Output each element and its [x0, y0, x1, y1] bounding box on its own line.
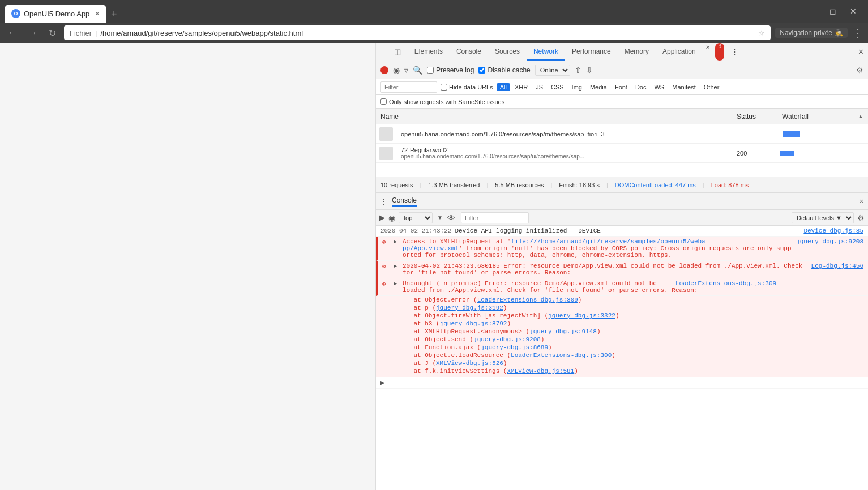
- table-row[interactable]: 72-Regular.woff2 openui5.hana.ondemand.c…: [376, 144, 868, 163]
- stack-link-1[interactable]: LoaderExtensions-dbg.js:309: [477, 296, 578, 303]
- console-ref-log-456[interactable]: Log-dbg.js:456: [811, 263, 863, 269]
- console-settings-button[interactable]: ⚙: [857, 213, 865, 222]
- filter-media-button[interactable]: Media: [587, 83, 610, 91]
- tab-close-button[interactable]: ×: [95, 9, 100, 18]
- active-tab[interactable]: O OpenUI5 Demo App ×: [5, 5, 106, 23]
- console-line-error-3: ⊗ ▶ Uncaught (in promise) Error: resourc…: [376, 278, 868, 296]
- import-button[interactable]: ⇧: [575, 66, 581, 75]
- close-window-button[interactable]: ✕: [843, 5, 863, 18]
- filter-all-button[interactable]: All: [497, 83, 510, 91]
- waterfall-column-header[interactable]: Waterfall ▲: [777, 113, 868, 121]
- stack-link-4[interactable]: jquery-dbg.js:8792: [440, 320, 507, 327]
- error-badge: 3: [715, 43, 724, 61]
- console-context-select[interactable]: top: [399, 212, 433, 223]
- tab-application[interactable]: Application: [656, 43, 703, 61]
- console-execute-button[interactable]: ▶: [379, 213, 385, 222]
- stack-link-5[interactable]: jquery-dbg.js:9148: [529, 328, 597, 335]
- clear-button[interactable]: ◉: [393, 66, 400, 75]
- console-expand-more[interactable]: ▶: [376, 377, 868, 389]
- preserve-log-checkbox[interactable]: [427, 67, 434, 74]
- console-levels-select[interactable]: Default levels ▼: [792, 212, 854, 223]
- devtools-more-button[interactable]: ⋮: [729, 46, 741, 57]
- console-drag-handle[interactable]: ⋮: [380, 197, 387, 205]
- devtools-tabs: Elements Console Sources Network Perform…: [408, 43, 724, 61]
- row-name-primary: 72-Regular.woff2: [401, 147, 728, 153]
- filter-font-button[interactable]: Font: [612, 83, 631, 91]
- filter-xhr-button[interactable]: XHR: [511, 83, 531, 91]
- device-mode-button[interactable]: ◫: [392, 46, 403, 57]
- console-stop-button[interactable]: ◉: [388, 213, 395, 222]
- filter-css-button[interactable]: CSS: [548, 83, 567, 91]
- console-close-button[interactable]: ×: [860, 197, 863, 205]
- name-column-header[interactable]: Name: [376, 113, 732, 121]
- stack-link-6[interactable]: jquery-dbg.js:9208: [473, 336, 541, 343]
- console-live-expressions-button[interactable]: 👁: [447, 213, 455, 222]
- context-dropdown-arrow[interactable]: ▼: [436, 214, 444, 221]
- samesite-checkbox[interactable]: [380, 98, 387, 105]
- filter-img-button[interactable]: Img: [568, 83, 585, 91]
- filter-input[interactable]: [380, 81, 437, 93]
- console-ref-jquery-9208[interactable]: jquery-dbg.js:9208: [796, 238, 863, 245]
- filter-doc-button[interactable]: Doc: [632, 83, 650, 91]
- throttle-select[interactable]: Online: [535, 65, 570, 76]
- stack-link-8[interactable]: LoaderExtensions-dbg.js:300: [511, 352, 612, 359]
- export-button[interactable]: ⇩: [586, 66, 593, 75]
- tab-sources[interactable]: Sources: [488, 43, 527, 61]
- browser-menu-button[interactable]: ⋮: [852, 26, 863, 40]
- devtools-close-button[interactable]: ×: [858, 47, 863, 57]
- error-icon-1: ⊗: [382, 238, 390, 246]
- filter-button[interactable]: ▿: [404, 66, 408, 75]
- error-link-1b[interactable]: pp/App.view.xml: [403, 245, 459, 252]
- expand-icon-1[interactable]: ▶: [394, 238, 399, 245]
- expand-more-icon[interactable]: ▶: [380, 379, 384, 386]
- stack-trace: at Object.error (LoaderExtensions-dbg.js…: [376, 296, 868, 377]
- bookmark-button[interactable]: ☆: [758, 29, 765, 37]
- reload-button[interactable]: ↻: [45, 25, 59, 41]
- tab-elements[interactable]: Elements: [408, 43, 450, 61]
- search-button[interactable]: 🔍: [413, 66, 422, 75]
- console-ref-device[interactable]: Device-dbg.js:85: [803, 227, 863, 234]
- status-column-header[interactable]: Status: [732, 113, 777, 121]
- expand-icon-3[interactable]: ▶: [394, 280, 399, 287]
- row-waterfall-cell: [777, 144, 868, 163]
- url-bar[interactable]: Fichier | /home/arnaud/git/reserve/sampl…: [64, 25, 771, 40]
- new-tab-button[interactable]: +: [106, 6, 122, 23]
- filter-ws-button[interactable]: WS: [651, 83, 668, 91]
- back-button[interactable]: ←: [5, 25, 20, 40]
- inspect-element-button[interactable]: □: [380, 46, 390, 57]
- stack-link-7[interactable]: jquery-dbg.js:8689: [481, 344, 548, 351]
- forward-button[interactable]: →: [25, 25, 41, 40]
- tab-console[interactable]: Console: [450, 43, 488, 61]
- error-link-1[interactable]: file:///home/arnaud/git/reserve/samples/…: [511, 238, 705, 245]
- console-tab-title[interactable]: Console: [392, 196, 417, 207]
- tab-network[interactable]: Network: [527, 43, 565, 61]
- disable-cache-checkbox-label[interactable]: Disable cache: [478, 66, 530, 74]
- disable-cache-checkbox[interactable]: [478, 67, 485, 74]
- tab-memory[interactable]: Memory: [618, 43, 656, 61]
- maximize-button[interactable]: ◻: [823, 5, 843, 18]
- console-filter-input[interactable]: [461, 212, 529, 223]
- table-header: Name Status Waterfall ▲: [376, 109, 868, 124]
- stack-link-3[interactable]: jquery-dbg.js:3322: [548, 312, 615, 319]
- table-row[interactable]: openui5.hana.ondemand.com/1.76.0/resourc…: [376, 124, 868, 144]
- record-button[interactable]: [380, 66, 388, 74]
- expand-icon-2[interactable]: ▶: [394, 263, 399, 269]
- loader-link-1[interactable]: LoaderExtensions-dbg.js:309: [675, 280, 776, 287]
- network-settings-button[interactable]: ⚙: [856, 66, 863, 75]
- filter-other-button[interactable]: Other: [700, 83, 723, 91]
- stack-link-2[interactable]: jquery-dbg.js:3192: [436, 304, 503, 311]
- tab-performance[interactable]: Performance: [565, 43, 618, 61]
- filter-manifest-button[interactable]: Manifest: [669, 83, 699, 91]
- stack-link-9[interactable]: XMLView-dbg.js:526: [436, 360, 503, 367]
- stack-link-10[interactable]: XMLView-dbg.js:581: [507, 368, 574, 375]
- window-controls: — ◻ ✕: [801, 5, 863, 18]
- preserve-log-checkbox-label[interactable]: Preserve log: [427, 66, 474, 74]
- minimize-button[interactable]: —: [801, 5, 823, 18]
- more-tabs-button[interactable]: »: [703, 43, 713, 61]
- stack-line-5: at XMLHttpRequest.<anonymous> (jquery-db…: [399, 328, 863, 336]
- hide-data-urls-label[interactable]: Hide data URLs: [441, 84, 493, 91]
- hide-data-urls-checkbox[interactable]: [441, 84, 447, 91]
- stack-line-1: at Object.error (LoaderExtensions-dbg.js…: [399, 296, 863, 304]
- filter-js-button[interactable]: JS: [532, 83, 546, 91]
- preserve-log-label: Preserve log: [436, 66, 474, 74]
